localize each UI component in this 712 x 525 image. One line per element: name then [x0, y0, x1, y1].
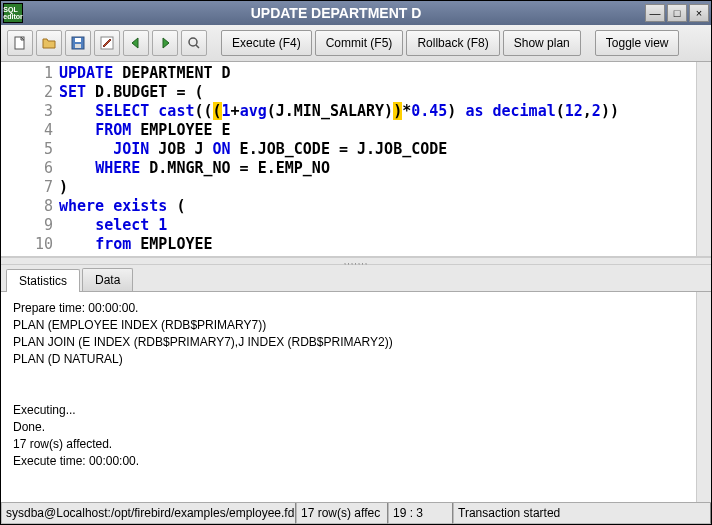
edit-icon[interactable]: [94, 30, 120, 56]
search-icon[interactable]: [181, 30, 207, 56]
svg-line-6: [196, 45, 199, 48]
status-connection: sysdba@Localhost:/opt/firebird/examples/…: [1, 503, 296, 524]
titlebar: SQLeditor UPDATE DEPARTMENT D — □ ×: [1, 1, 711, 25]
back-icon[interactable]: [123, 30, 149, 56]
status-rows: 17 row(s) affec: [296, 503, 388, 524]
stats-scrollbar[interactable]: [696, 292, 711, 502]
sql-editor[interactable]: 12345678910 UPDATE DEPARTMENT DSET D.BUD…: [1, 62, 711, 257]
status-transaction: Transaction started: [453, 503, 711, 524]
commit-button[interactable]: Commit (F5): [315, 30, 404, 56]
open-file-icon[interactable]: [36, 30, 62, 56]
tab-data[interactable]: Data: [82, 268, 133, 291]
show-plan-button[interactable]: Show plan: [503, 30, 581, 56]
window-title: UPDATE DEPARTMENT D: [27, 5, 645, 21]
editor-scrollbar[interactable]: [696, 62, 711, 256]
svg-rect-2: [75, 38, 81, 42]
new-file-icon[interactable]: [7, 30, 33, 56]
svg-rect-3: [75, 44, 81, 48]
statistics-text: Prepare time: 00:00:00. PLAN (EMPLOYEE I…: [1, 292, 711, 478]
rollback-button[interactable]: Rollback (F8): [406, 30, 499, 56]
toolbar: Execute (F4) Commit (F5) Rollback (F8) S…: [1, 25, 711, 62]
minimize-button[interactable]: —: [645, 4, 665, 22]
save-icon[interactable]: [65, 30, 91, 56]
tab-statistics[interactable]: Statistics: [6, 269, 80, 292]
app-icon: SQLeditor: [3, 3, 23, 23]
statusbar: sysdba@Localhost:/opt/firebird/examples/…: [1, 502, 711, 524]
toggle-view-button[interactable]: Toggle view: [595, 30, 680, 56]
result-tabs: Statistics Data: [1, 265, 711, 292]
code-content[interactable]: UPDATE DEPARTMENT DSET D.BUDGET = ( SELE…: [59, 64, 711, 254]
splitter-handle[interactable]: ,,,,,,,: [1, 257, 711, 265]
maximize-button[interactable]: □: [667, 4, 687, 22]
svg-point-5: [189, 38, 197, 46]
close-button[interactable]: ×: [689, 4, 709, 22]
line-gutter: 12345678910: [1, 64, 59, 254]
execute-button[interactable]: Execute (F4): [221, 30, 312, 56]
statistics-panel: Prepare time: 00:00:00. PLAN (EMPLOYEE I…: [1, 292, 711, 502]
status-cursor: 19 : 3: [388, 503, 453, 524]
forward-icon[interactable]: [152, 30, 178, 56]
